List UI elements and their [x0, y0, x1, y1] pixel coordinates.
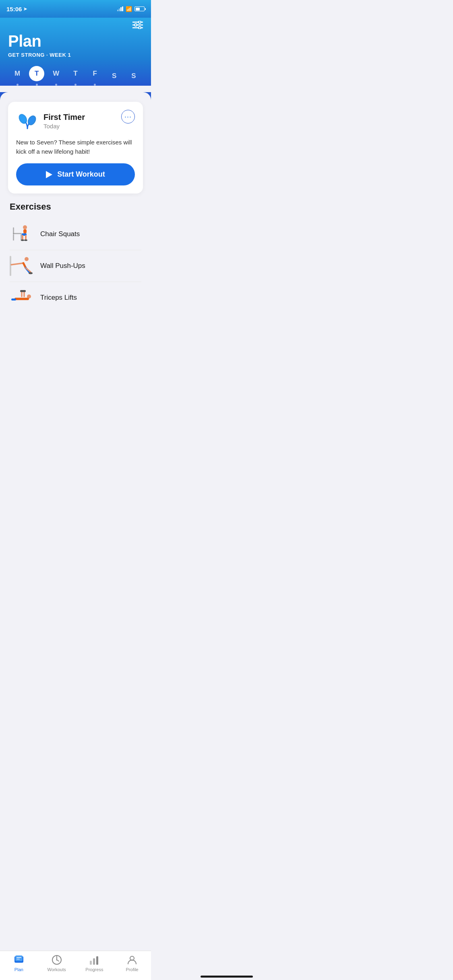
wifi-icon: 📶	[126, 6, 132, 12]
signal-icon	[117, 6, 123, 11]
wall-pushups-figure	[10, 256, 34, 276]
status-time: 15:06 ➤	[6, 6, 27, 12]
svg-point-27	[29, 272, 33, 274]
start-workout-button[interactable]: Start Workout	[16, 163, 135, 185]
svg-line-23	[11, 263, 23, 265]
card-header: First Timer Today ···	[16, 110, 135, 132]
svg-point-22	[25, 257, 29, 261]
svg-point-1	[139, 21, 141, 23]
battery-icon	[134, 6, 145, 11]
exercise-name-wall-pushups: Wall Push-Ups	[40, 262, 85, 270]
svg-rect-29	[14, 298, 29, 300]
card-title-row: First Timer Today	[16, 110, 85, 132]
workout-day: Today	[43, 123, 85, 130]
exercises-title: Exercises	[10, 202, 141, 212]
location-icon: ➤	[23, 6, 27, 12]
svg-rect-11	[13, 234, 14, 241]
svg-point-3	[134, 24, 137, 26]
day-saturday[interactable]: S	[107, 68, 122, 84]
day-monday[interactable]: M	[10, 66, 25, 86]
content-area: First Timer Today ··· New to Seven? Thes…	[0, 92, 151, 354]
svg-point-14	[23, 225, 27, 229]
filter-button[interactable]	[132, 21, 143, 29]
status-icons: 📶	[117, 6, 145, 12]
card-title-text: First Timer Today	[43, 113, 85, 130]
svg-rect-18	[25, 235, 27, 240]
svg-rect-30	[11, 299, 16, 301]
exercise-triceps-lifts[interactable]: Triceps Lifts	[10, 282, 141, 313]
exercises-section: Exercises	[8, 202, 143, 313]
status-bar: 15:06 ➤ 📶	[0, 0, 151, 18]
chair-squats-figure	[10, 224, 34, 244]
plan-subtitle: GET STRONG · WEEK 1	[8, 52, 143, 58]
day-friday[interactable]: F	[87, 66, 103, 86]
triceps-lifts-figure	[10, 288, 34, 308]
exercise-list: Chair Squats	[10, 218, 141, 313]
svg-rect-10	[13, 233, 22, 234]
plant-icon	[16, 110, 39, 132]
day-tuesday[interactable]: T	[29, 66, 44, 86]
svg-point-20	[24, 239, 27, 241]
header-top	[8, 21, 143, 29]
page-title: Plan	[8, 32, 143, 50]
svg-point-5	[139, 27, 141, 29]
exercise-chair-squats[interactable]: Chair Squats	[10, 218, 141, 250]
svg-rect-15	[23, 229, 27, 233]
day-selector: M T W T F S S	[8, 66, 143, 86]
more-button[interactable]: ···	[121, 110, 135, 124]
start-label: Start Workout	[57, 170, 105, 179]
exercise-name-chair-squats: Chair Squats	[40, 230, 80, 238]
play-icon	[46, 171, 52, 178]
exercise-name-triceps-lifts: Triceps Lifts	[40, 294, 77, 302]
svg-rect-17	[22, 235, 23, 240]
workout-card-inner: First Timer Today ··· New to Seven? Thes…	[8, 102, 143, 194]
workout-card: First Timer Today ··· New to Seven? Thes…	[0, 92, 151, 354]
day-wednesday[interactable]: W	[48, 66, 64, 86]
header: Plan GET STRONG · WEEK 1 M T W T F S S	[0, 18, 151, 86]
svg-rect-33	[20, 290, 26, 292]
workout-name: First Timer	[43, 113, 85, 122]
day-sunday[interactable]: S	[126, 68, 141, 84]
svg-rect-13	[13, 227, 14, 234]
svg-point-19	[21, 239, 24, 241]
svg-rect-21	[10, 256, 11, 276]
exercise-wall-pushups[interactable]: Wall Push-Ups	[10, 250, 141, 282]
day-thursday[interactable]: T	[68, 66, 83, 86]
workout-description: New to Seven? These simple exercises wil…	[16, 138, 135, 156]
